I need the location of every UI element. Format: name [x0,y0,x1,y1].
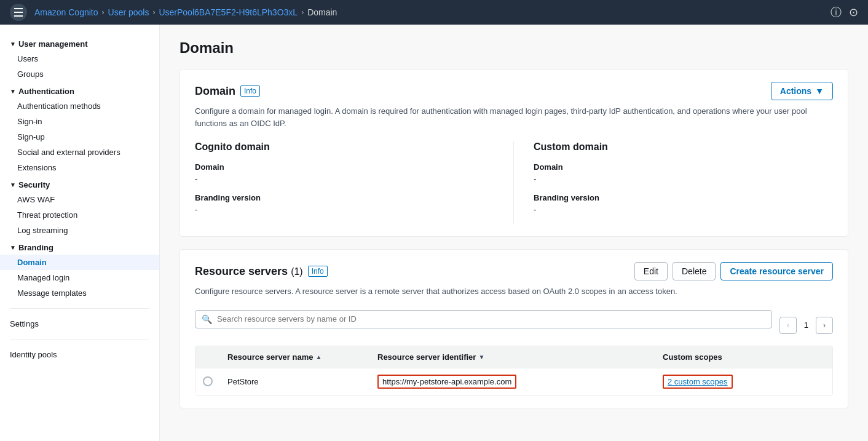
pagination-prev[interactable]: ‹ [779,317,797,334]
table-header-identifier[interactable]: Resource server identifier ▼ [370,346,655,368]
sort-name-icon: ▲ [315,354,322,360]
identifier-value: https://my-petstore-api.example.com [377,375,516,389]
sidebar-item-managed-login[interactable]: Managed login [0,270,159,285]
search-container: 🔍 [195,310,772,328]
search-icon: 🔍 [202,314,212,324]
breadcrumb-cognito[interactable]: Amazon Cognito [34,7,98,17]
cognito-domain-col: Cognito domain Domain - Branding version… [195,141,514,224]
actions-button[interactable]: Actions ▼ [771,82,833,100]
sidebar-item-social-providers[interactable]: Social and external providers [0,145,159,160]
resource-servers-header: Resource servers (1) Info Edit Delete Cr… [195,262,833,280]
sidebar-item-extensions[interactable]: Extensions [0,160,159,175]
breadcrumb: Amazon Cognito › User pools › UserPool6B… [34,7,337,17]
sidebar-item-threat-protection[interactable]: Threat protection [0,207,159,223]
table-header-scopes: Custom scopes [655,346,832,368]
custom-branding-value: - [534,205,833,214]
resource-servers-buttons: Edit Delete Create resource server [634,262,833,280]
sidebar-item-log-streaming[interactable]: Log streaming [0,223,159,238]
table-header-radio [195,351,220,363]
sidebar-item-aws-waf[interactable]: AWS WAF [0,192,159,207]
edit-button[interactable]: Edit [634,262,668,280]
breadcrumb-pool-id[interactable]: UserPool6BA7E5F2-H9t6LPh3O3xL [159,7,298,17]
domain-card: Domain Info Actions ▼ Configure a domain… [180,69,848,237]
row-radio-cell[interactable] [195,370,220,392]
info-icon[interactable]: ⓘ [831,5,842,20]
table-header-name[interactable]: Resource server name ▲ [220,346,370,368]
custom-domain-label: Domain [534,162,833,172]
sidebar-section-authentication[interactable]: ▼ Authentication [0,82,159,98]
custom-branding-label: Branding version [534,193,833,202]
scopes-value[interactable]: 2 custom scopes [663,375,733,389]
custom-domain-title: Custom domain [534,141,833,153]
table-row: PetStore https://my-petstore-api.example… [195,368,832,395]
resource-servers-info-badge[interactable]: Info [308,266,328,277]
cognito-branding-value: - [195,205,494,214]
sidebar-item-domain[interactable]: Domain [0,255,159,270]
sidebar-section-security[interactable]: ▼ Security [0,175,159,192]
divider-1 [10,308,149,309]
resource-servers-table: Resource server name ▲ Resource server i… [195,346,833,395]
row-name-cell: PetStore [220,371,370,392]
cognito-domain-label: Domain [195,162,494,172]
menu-button[interactable] [10,4,27,21]
sidebar-item-settings[interactable]: Settings [0,316,159,332]
sidebar-item-message-templates[interactable]: Message templates [0,285,159,301]
create-resource-server-button[interactable]: Create resource server [720,262,833,280]
cognito-domain-title: Cognito domain [195,141,494,153]
settings-icon[interactable]: ⊙ [849,6,858,19]
cognito-domain-value: - [195,174,494,183]
sidebar-section-branding[interactable]: ▼ Branding [0,238,159,255]
domain-info-badge[interactable]: Info [240,85,260,97]
table-header: Resource server name ▲ Resource server i… [195,346,832,368]
pagination-page: 1 [799,320,813,330]
custom-domain-col: Custom domain Domain - Branding version … [514,141,833,224]
top-nav-actions: ⓘ ⊙ [831,5,858,20]
domain-grid: Cognito domain Domain - Branding version… [195,141,833,224]
main-content: Domain Domain Info Actions ▼ Configure a… [160,25,868,441]
sidebar-item-users[interactable]: Users [0,51,159,66]
sidebar-item-auth-methods[interactable]: Authentication methods [0,98,159,114]
search-pagination-row: 🔍 ‹ 1 › [195,310,833,338]
resource-servers-title: Resource servers (1) [195,265,303,278]
dropdown-arrow-icon: ▼ [815,86,824,96]
row-identifier-cell: https://my-petstore-api.example.com [370,368,655,395]
sidebar-section-user-management[interactable]: ▼ User management [0,34,159,51]
cognito-branding-label: Branding version [195,193,494,202]
sidebar: ▼ User management Users Groups ▼ Authent… [0,25,160,441]
page-title: Domain [180,39,848,57]
domain-card-header: Domain Info Actions ▼ [195,82,833,100]
resource-servers-card: Resource servers (1) Info Edit Delete Cr… [180,249,848,408]
search-input[interactable] [217,314,765,324]
sort-identifier-icon: ▼ [478,354,484,360]
top-navigation: Amazon Cognito › User pools › UserPool6B… [0,0,868,25]
custom-domain-value: - [534,174,833,183]
row-scopes-cell: 2 custom scopes [655,368,832,395]
resource-servers-description: Configure resource servers. A resource s… [195,285,833,298]
sidebar-item-identity-pools[interactable]: Identity pools [0,347,159,362]
domain-card-title: Domain [195,85,235,98]
sidebar-item-groups[interactable]: Groups [0,66,159,82]
breadcrumb-userpools[interactable]: User pools [108,7,149,17]
domain-card-description: Configure a domain for managed login. A … [195,105,833,129]
breadcrumb-current: Domain [307,7,337,17]
sidebar-item-sign-in[interactable]: Sign-in [0,114,159,129]
pagination-next[interactable]: › [816,317,833,334]
sidebar-item-sign-up[interactable]: Sign-up [0,129,159,145]
row-radio-button[interactable] [203,376,213,386]
pagination: ‹ 1 › [779,312,833,336]
delete-button[interactable]: Delete [673,262,716,280]
divider-2 [10,339,149,340]
